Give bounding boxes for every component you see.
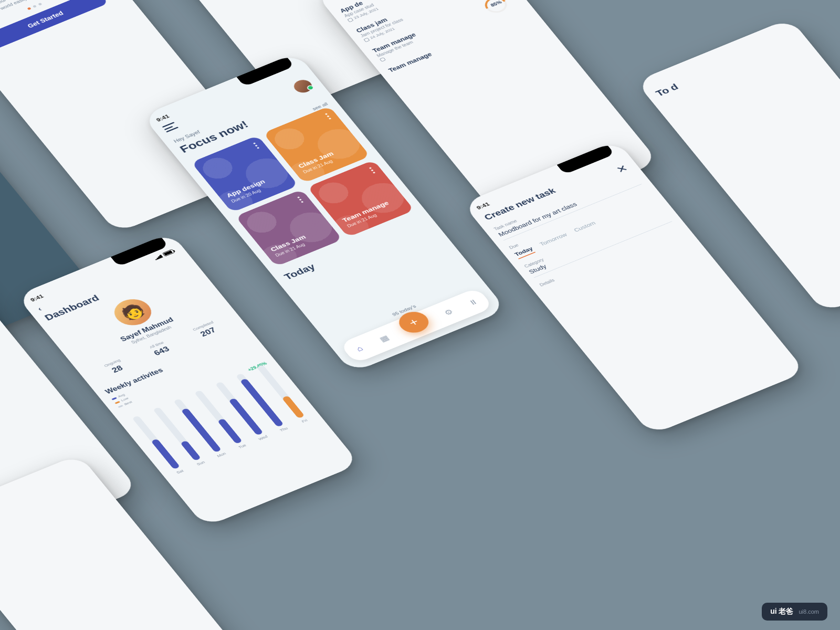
calendar-icon	[363, 37, 370, 42]
kebab-icon[interactable]	[253, 142, 259, 149]
bottom-nav: ⌂ ▦ + ⚙ ⏸	[339, 287, 494, 363]
calendar-icon	[347, 17, 353, 22]
nav-settings-icon[interactable]: ⚙	[441, 307, 457, 318]
dashboard-title: Dashboard	[43, 258, 187, 322]
kebab-icon[interactable]	[369, 167, 375, 173]
watermark: ui 老爸 ui8.com	[762, 603, 827, 621]
todo-title: To d	[654, 34, 799, 98]
kebab-icon[interactable]	[325, 113, 331, 119]
home-screen: 9:41 Hey Sayef Focus now! see all App de…	[142, 52, 506, 373]
stat-completed: 207	[196, 325, 221, 340]
get-started-button[interactable]: Get Started	[0, 0, 109, 50]
nav-home-icon[interactable]: ⌂	[352, 343, 368, 354]
stats-row: Ongoing28 All time643 Completed207	[88, 314, 236, 382]
weekly-chart: SatSunMonTueWedThuFri	[127, 362, 312, 476]
stat-alltime: 643	[152, 345, 172, 357]
kebab-icon[interactable]	[297, 196, 303, 203]
calendar-icon	[380, 57, 386, 62]
screen-blank	[0, 454, 268, 630]
nav-pause-icon[interactable]: ⏸	[465, 297, 481, 308]
nav-calendar-icon[interactable]: ▦	[376, 333, 392, 344]
